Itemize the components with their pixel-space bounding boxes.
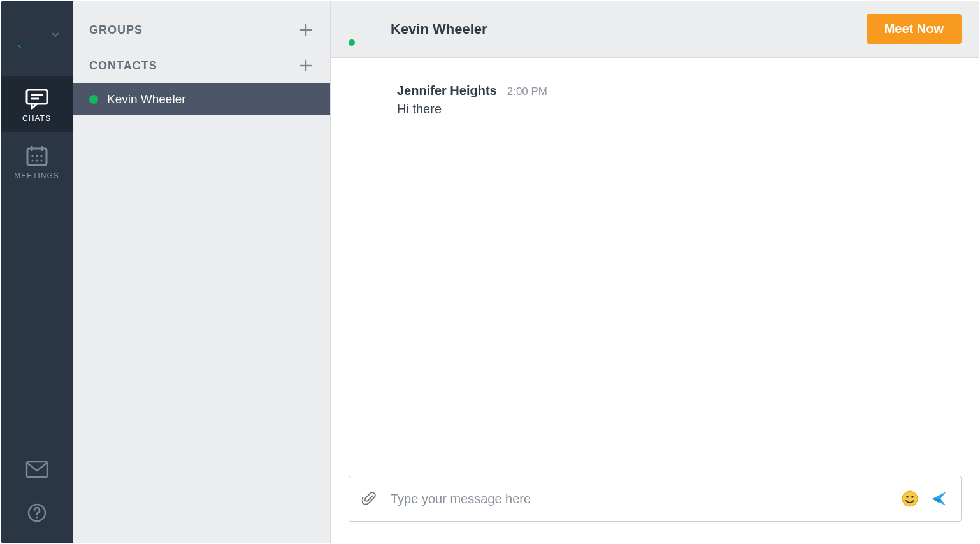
presence-indicator [347, 38, 356, 47]
chat-header: Kevin Wheeler Meet Now [331, 1, 979, 58]
chat-title: Kevin Wheeler [391, 21, 487, 38]
plus-icon [299, 59, 312, 72]
paperclip-icon [362, 490, 377, 507]
message-time: 2:00 PM [507, 85, 547, 98]
svg-point-17 [911, 496, 914, 498]
svg-point-14 [36, 517, 38, 519]
chat-list-panel: GROUPS CONTACTS Kevin Wheeler [73, 1, 331, 543]
avatar [15, 18, 48, 52]
nav-chats-label: CHATS [1, 114, 73, 123]
emoji-button[interactable] [901, 490, 919, 508]
message-composer [349, 476, 962, 522]
send-icon [930, 490, 948, 508]
contact-name: Kevin Wheeler [107, 92, 186, 106]
message-input[interactable] [389, 490, 890, 508]
profile-menu[interactable] [15, 18, 59, 52]
chat-icon [24, 87, 50, 110]
nav-meetings[interactable]: MEETINGS [1, 132, 73, 189]
contacts-header-label: CONTACTS [89, 59, 157, 73]
meet-now-button[interactable]: Meet Now [867, 14, 962, 44]
svg-point-15 [902, 491, 918, 506]
mail-icon [25, 461, 48, 478]
groups-section-header: GROUPS [73, 12, 330, 48]
message-row: Jennifer Heights 2:00 PM Hi there [352, 83, 958, 117]
chat-main: Kevin Wheeler Meet Now Jennifer Heights … [331, 1, 979, 543]
message-list: Jennifer Heights 2:00 PM Hi there [331, 58, 979, 476]
contacts-section-header: CONTACTS [73, 48, 330, 83]
svg-point-10 [36, 159, 38, 161]
svg-rect-0 [27, 90, 47, 104]
send-button[interactable] [930, 490, 948, 508]
emoji-icon [901, 490, 919, 508]
app-root: CHATS MEETINGS [0, 0, 980, 544]
message-sender: Jennifer Heights [397, 83, 497, 98]
plus-icon [299, 24, 312, 36]
mail-button[interactable] [25, 461, 48, 481]
contact-row[interactable]: Kevin Wheeler [73, 83, 330, 115]
attach-button[interactable] [362, 490, 377, 507]
add-group-button[interactable] [297, 21, 315, 39]
svg-point-7 [36, 155, 38, 157]
svg-point-9 [31, 159, 33, 161]
nav-meetings-label: MEETINGS [1, 171, 73, 180]
chevron-down-icon [52, 31, 59, 39]
svg-point-16 [906, 496, 909, 498]
svg-point-11 [40, 159, 42, 161]
svg-point-8 [40, 155, 42, 157]
avatar [352, 83, 386, 117]
svg-point-6 [31, 155, 33, 157]
presence-indicator [15, 44, 22, 52]
groups-header-label: GROUPS [89, 24, 143, 37]
add-contact-button[interactable] [297, 57, 315, 75]
help-button[interactable] [27, 503, 47, 526]
message-text: Hi there [397, 102, 547, 117]
nav-rail: CHATS MEETINGS [1, 1, 73, 543]
calendar-icon [24, 143, 50, 168]
nav-chats[interactable]: CHATS [1, 76, 73, 132]
presence-indicator [89, 95, 98, 104]
help-icon [27, 503, 47, 523]
